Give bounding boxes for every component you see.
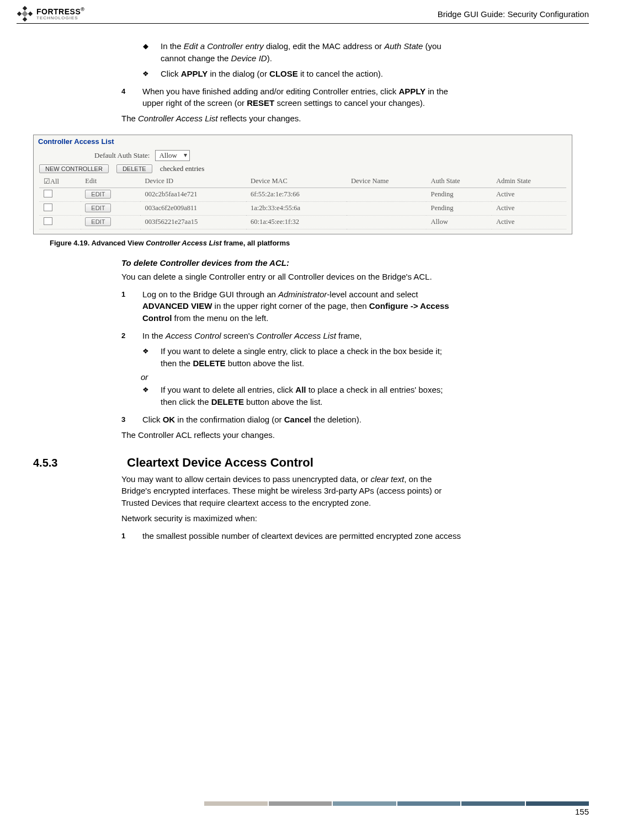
cell-admin-state: Active	[492, 188, 566, 201]
checked-entries-label: checked entries	[160, 164, 204, 173]
step-number: 1	[121, 288, 131, 324]
row-checkbox[interactable]	[44, 217, 52, 225]
row-checkbox[interactable]	[44, 204, 52, 211]
svg-rect-0	[23, 6, 27, 10]
cell-device-mac: 1a:2b:33:e4:55:6a	[246, 201, 347, 215]
bullet-text: In the Edit a Controller entry dialog, e…	[161, 40, 453, 65]
edit-button[interactable]: EDIT	[85, 204, 111, 212]
table-row: EDIT 002c2b5faa14e721 6f:55:2a:1e:73:66 …	[39, 188, 566, 201]
step-number: 4	[121, 85, 131, 110]
page-header: FORTRESS® TECHNOLOGIES Bridge GUI Guide:…	[17, 6, 589, 24]
paragraph: You can delete a single Controller entry…	[121, 271, 453, 283]
cell-auth-state: Allow	[426, 215, 491, 229]
cell-device-id: 003ac6f2e009a811	[140, 201, 246, 215]
paragraph: You may want to allow certain devices to…	[121, 473, 464, 509]
default-auth-select[interactable]: Allow	[155, 150, 190, 161]
svg-rect-2	[17, 12, 22, 16]
step-text: Click OK in the confirmation dialog (or …	[142, 414, 453, 426]
controller-access-list-screenshot: Controller Access List Default Auth Stat…	[33, 135, 572, 234]
new-controller-button[interactable]: NEW CONTROLLER	[39, 164, 109, 173]
step-number: 3	[121, 414, 131, 426]
diamond-outline-bullet-icon: ❖	[141, 68, 151, 80]
bullet-text: Click APPLY in the dialog (or CLOSE it t…	[161, 68, 453, 80]
default-auth-label: Default Auth State:	[94, 151, 150, 160]
step-1: 1 Log on to the Bridge GUI through an Ad…	[121, 288, 453, 324]
cell-admin-state: Active	[492, 215, 566, 229]
controller-table: ☑All Edit Device ID Device MAC Device Na…	[39, 175, 566, 229]
col-device-id: Device ID	[140, 175, 246, 188]
bullet-text: If you want to delete a single entry, cl…	[161, 345, 453, 370]
diamond-bullet-icon: ◆	[141, 40, 151, 65]
cell-auth-state: Pending	[426, 188, 491, 201]
step-4: 4 When you have finished adding and/or e…	[121, 85, 453, 110]
section-number: 4.5.3	[33, 457, 105, 469]
bullet-text: If you want to delete all entries, click…	[161, 384, 453, 408]
bullet-item: ❖ Click APPLY in the dialog (or CLOSE it…	[141, 68, 453, 80]
cell-device-mac: 6f:55:2a:1e:73:66	[246, 188, 347, 201]
figure-caption: Figure 4.19. Advanced View Controller Ac…	[50, 239, 589, 247]
section-title: Cleartext Device Access Control	[127, 456, 313, 470]
list-text: the smallest possible number of cleartex…	[142, 530, 464, 542]
footer-bars-icon	[204, 801, 589, 806]
cell-device-id: 002c2b5faa14e721	[140, 188, 246, 201]
cell-device-mac: 60:1a:45:ee:1f:32	[246, 215, 347, 229]
row-checkbox[interactable]	[44, 190, 52, 197]
bullet-item: ❖ If you want to delete all entries, cli…	[141, 384, 453, 408]
or-separator: or	[141, 372, 453, 382]
task-heading: To delete Controller devices from the AC…	[121, 258, 453, 267]
diamond-outline-bullet-icon: ❖	[141, 345, 151, 370]
cell-auth-state: Pending	[426, 201, 491, 215]
diamond-outline-bullet-icon: ❖	[141, 384, 151, 408]
cell-admin-state: Active	[492, 201, 566, 215]
col-device-mac: Device MAC	[246, 175, 347, 188]
bullet-item: ❖ If you want to delete a single entry, …	[141, 345, 453, 370]
step-number: 2	[121, 330, 131, 342]
col-auth-state: Auth State	[426, 175, 491, 188]
svg-rect-4	[22, 10, 28, 17]
svg-rect-3	[28, 12, 33, 16]
step-2: 2 In the Access Control screen's Control…	[121, 330, 453, 342]
svg-rect-1	[23, 17, 27, 22]
paragraph: The Controller Access List reflects your…	[121, 113, 453, 125]
fortress-logo-icon	[17, 6, 33, 22]
step-text: In the Access Control screen's Controlle…	[142, 330, 453, 342]
paragraph: The Controller ACL reflects your changes…	[121, 429, 453, 441]
edit-button[interactable]: EDIT	[85, 217, 111, 226]
section-heading: 4.5.3 Cleartext Device Access Control	[17, 456, 589, 470]
brand-name: FORTRESS®	[36, 7, 84, 15]
list-number: 1	[121, 530, 131, 542]
list-item-1: 1 the smallest possible number of cleart…	[121, 530, 464, 542]
table-header-row: ☑All Edit Device ID Device MAC Device Na…	[39, 175, 566, 188]
cell-device-id: 003f56221e27aa15	[140, 215, 246, 229]
col-all[interactable]: ☑All	[39, 175, 81, 188]
col-device-name: Device Name	[347, 175, 427, 188]
paragraph: Network security is maximized when:	[121, 512, 464, 525]
step-text: Log on to the Bridge GUI through an Admi…	[142, 288, 453, 324]
edit-button[interactable]: EDIT	[85, 190, 111, 199]
page-number: 155	[17, 807, 589, 816]
delete-button[interactable]: DELETE	[116, 164, 152, 173]
table-row: EDIT 003ac6f2e009a811 1a:2b:33:e4:55:6a …	[39, 201, 566, 215]
step-text: When you have finished adding and/or edi…	[142, 85, 453, 110]
header-title: Bridge GUI Guide: Security Configuration	[438, 9, 589, 19]
fieldset-legend: Controller Access List	[38, 137, 567, 146]
col-edit: Edit	[81, 175, 140, 188]
col-admin-state: Admin State	[492, 175, 566, 188]
page-footer: 155	[17, 801, 589, 816]
table-row: EDIT 003f56221e27aa15 60:1a:45:ee:1f:32 …	[39, 215, 566, 229]
brand-sub: TECHNOLOGIES	[36, 15, 84, 20]
brand-logo: FORTRESS® TECHNOLOGIES	[17, 6, 84, 22]
step-3: 3 Click OK in the confirmation dialog (o…	[121, 414, 453, 426]
bullet-item: ◆ In the Edit a Controller entry dialog,…	[141, 40, 453, 65]
